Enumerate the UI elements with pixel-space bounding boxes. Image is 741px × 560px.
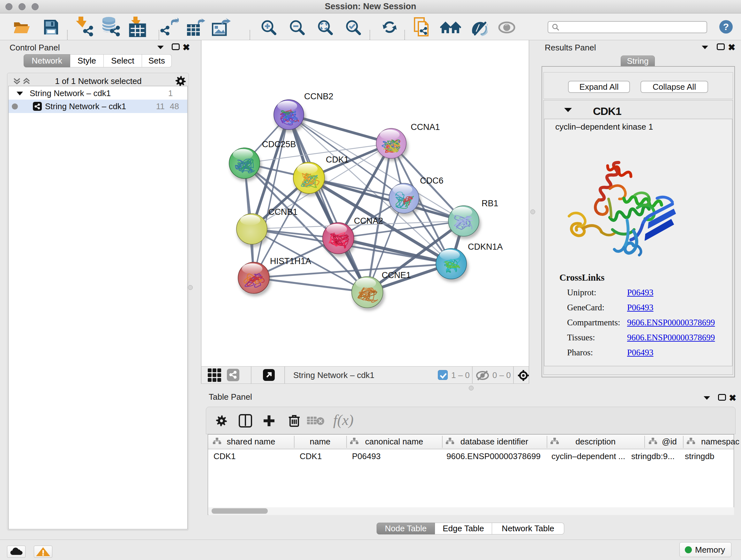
svg-text:CCNA1: CCNA1 (411, 122, 440, 132)
svg-text:CDK1: CDK1 (326, 155, 349, 165)
svg-text:CCNB2: CCNB2 (304, 91, 333, 101)
svg-text:CCNE1: CCNE1 (382, 270, 411, 280)
svg-text:RB1: RB1 (482, 199, 498, 208)
svg-text:HIST1H1A: HIST1H1A (270, 256, 311, 266)
svg-text:CCNA2: CCNA2 (354, 216, 383, 226)
svg-text:CDKN1A: CDKN1A (468, 242, 503, 252)
svg-text:CDC6: CDC6 (420, 176, 444, 186)
svg-text:CDC25B: CDC25B (262, 139, 296, 149)
svg-text:CCNB1: CCNB1 (268, 207, 298, 217)
